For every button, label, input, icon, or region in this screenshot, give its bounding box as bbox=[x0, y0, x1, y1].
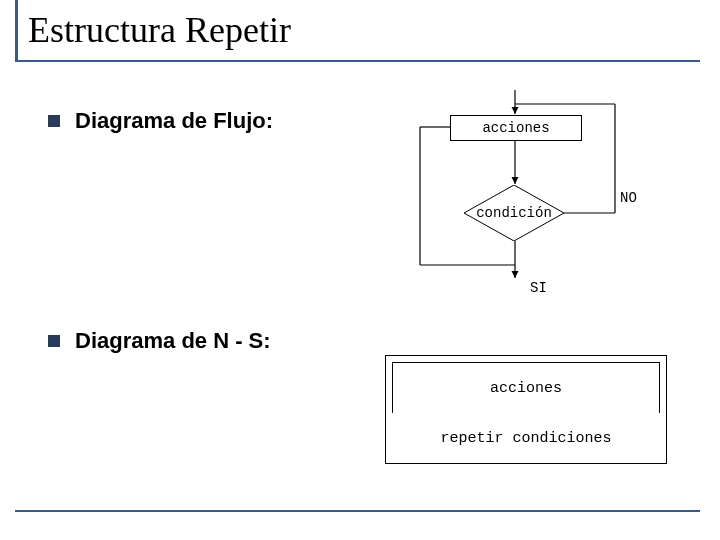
bullet-label-flujo: Diagrama de Flujo: bbox=[75, 108, 273, 134]
bullet-icon bbox=[48, 335, 60, 347]
ns-acciones: acciones bbox=[392, 362, 660, 413]
flow-branch-si: SI bbox=[530, 280, 547, 296]
bullet-label-ns: Diagrama de N - S: bbox=[75, 328, 271, 354]
flow-step-acciones: acciones bbox=[450, 115, 582, 141]
bottom-rule bbox=[15, 510, 700, 512]
ns-repetir: repetir condiciones bbox=[386, 413, 666, 463]
ns-diagram: acciones repetir condiciones bbox=[385, 355, 667, 464]
top-rule bbox=[15, 60, 700, 62]
flow-decision-label: condición bbox=[464, 185, 564, 241]
flow-decision: condición bbox=[464, 185, 564, 241]
slide-title: Estructura Repetir bbox=[15, 0, 291, 60]
flow-branch-no: NO bbox=[620, 190, 637, 206]
flowchart: acciones condición NO SI bbox=[390, 90, 690, 310]
bullet-icon bbox=[48, 115, 60, 127]
